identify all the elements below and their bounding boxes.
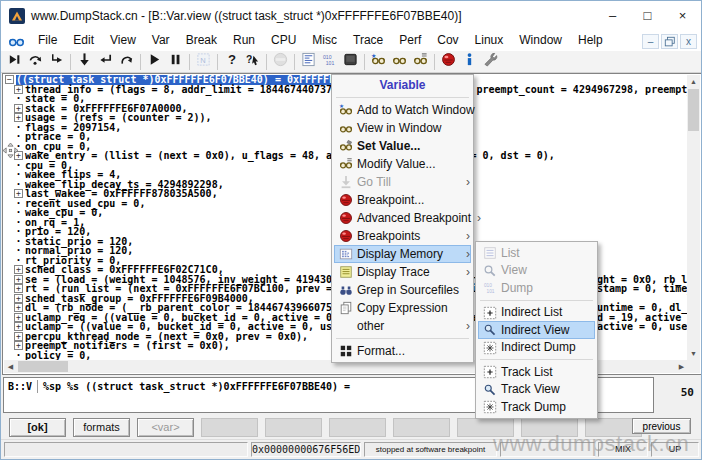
scroll-left-icon[interactable]: ◀ (4, 360, 17, 373)
context-menu-item-display-memory[interactable]: Display Memory› (334, 245, 471, 263)
menu-separator (480, 359, 593, 360)
toolbar-stop-button[interactable] (270, 52, 291, 71)
button-ok[interactable]: [ok] (9, 418, 66, 437)
toolbar-tools-button[interactable] (480, 52, 501, 71)
vertical-scrollbar[interactable]: ▲ ▼ (687, 75, 700, 360)
scroll-up-icon[interactable]: ▲ (687, 75, 700, 88)
close-button[interactable]: × (667, 4, 698, 28)
mdi-close-button[interactable]: x (680, 34, 697, 49)
expand-icon[interactable]: + (14, 332, 23, 341)
context-menu-item-go-till[interactable]: Go Till› (334, 173, 471, 191)
titlebar: www.DumpStack.cn - [B::Var.view ((struct… (1, 1, 701, 31)
menu-cov[interactable]: Cov (429, 31, 466, 51)
toolbar-go-button[interactable] (144, 52, 165, 71)
toolbar-step-button[interactable] (4, 52, 25, 71)
submenu-item-indirect-view[interactable]: Indirect View (478, 321, 595, 339)
context-menu-item-other[interactable]: other› (334, 317, 471, 335)
context-menu-item-set-value[interactable]: Set Value... (334, 137, 471, 155)
menu-cpu[interactable]: CPU (263, 31, 304, 51)
maximize-button[interactable]: □ (632, 4, 663, 28)
submenu-item-track-view[interactable]: Track View (478, 381, 595, 399)
toolbar-var-watch-button[interactable] (410, 52, 431, 71)
expand-icon[interactable]: + (14, 322, 23, 331)
menu-help[interactable]: Help (570, 31, 611, 51)
expand-icon[interactable]: + (14, 313, 23, 322)
button-blank[interactable] (329, 418, 386, 437)
toolbar-context-help-button[interactable]: ? (242, 52, 263, 71)
expand-icon[interactable]: + (14, 265, 23, 274)
toolbar-go-return-button[interactable] (95, 52, 116, 71)
submenu-item-indirect-dump[interactable]: Indirect Dump (478, 339, 595, 357)
context-menu-item-breakpoints[interactable]: Breakpoints› (334, 227, 471, 245)
breakpoint-list-icon (441, 52, 456, 71)
toolbar-help-button[interactable]: ? (221, 52, 242, 71)
toolbar-symbol-info-button[interactable] (459, 52, 480, 71)
toolbar-mode-button[interactable]: N (193, 52, 214, 71)
memory-dump-icon: 010101 (322, 52, 337, 71)
horizontal-scroll-thumb[interactable] (18, 361, 68, 372)
previous-button[interactable]: previous (632, 418, 691, 434)
expand-icon[interactable]: + (14, 303, 23, 312)
context-menu-item-breakpoint[interactable]: Breakpoint... (334, 191, 471, 209)
toolbar-step-over-button[interactable] (25, 52, 46, 71)
minimize-button[interactable]: – (597, 4, 628, 28)
toolbar-var-view-button[interactable] (389, 52, 410, 71)
toolbar-memory-dump-button[interactable]: 010101 (319, 52, 340, 71)
toolbar-breakpoint-list-button[interactable] (438, 52, 459, 71)
toolbar-go-down-button[interactable] (74, 52, 95, 71)
submenu-item-indirect-list[interactable]: Indirect List (478, 304, 595, 322)
menu-break[interactable]: Break (178, 31, 225, 51)
context-menu-item-display-trace[interactable]: Display Trace› (334, 263, 471, 281)
go-icon (147, 52, 162, 71)
context-menu-item-modify-value[interactable]: Modify Value... (334, 155, 471, 173)
submenu-item-track-list[interactable]: Track List (478, 363, 595, 381)
toolbar-break-button[interactable] (165, 52, 186, 71)
context-menu-item-add-to-watch-window[interactable]: ★Add to Watch Window (334, 101, 471, 119)
button-blank[interactable] (457, 418, 514, 437)
expand-icon[interactable]: + (14, 284, 23, 293)
mdi-minimize-button[interactable]: – (642, 34, 659, 49)
button-blank[interactable] (201, 418, 258, 437)
button-blank[interactable] (265, 418, 322, 437)
collapse-icon[interactable]: − (5, 75, 14, 84)
menu-item-label: Indirect Dump (501, 340, 584, 354)
context-menu-item-format[interactable]: Format... (334, 342, 471, 360)
menu-edit[interactable]: Edit (65, 31, 102, 51)
mdi-restore-button[interactable] (661, 34, 678, 49)
menu-linux[interactable]: Linux (467, 31, 512, 51)
vertical-scroll-thumb[interactable] (688, 89, 699, 131)
submenu-item-view[interactable]: View (478, 262, 595, 280)
context-menu-item-copy-expression[interactable]: Copy Expression (334, 299, 471, 317)
submenu-item-list[interactable]: List (478, 244, 595, 262)
menu-trace[interactable]: Trace (345, 31, 391, 51)
menu-run[interactable]: Run (225, 31, 263, 51)
menu-window[interactable]: Window (511, 31, 570, 51)
context-menu-item-advanced-breakpoint[interactable]: Advanced Breakpoint› (334, 209, 471, 227)
register-list-icon (301, 52, 316, 71)
context-menu-item-grep-in-sourcefiles[interactable]: Grep in Sourcefiles (334, 281, 471, 299)
expand-icon[interactable]: + (14, 275, 23, 284)
submenu-item-track-dump[interactable]: Track Dump (478, 398, 595, 416)
button-blank[interactable] (393, 418, 450, 437)
toolbar-watch-add-button[interactable]: ★ (368, 52, 389, 71)
glasses-add-icon: ★ (335, 103, 357, 118)
button-var[interactable]: <var> (137, 418, 194, 437)
toolbar-terminal-button[interactable] (340, 52, 361, 71)
menu-perf[interactable]: Perf (391, 31, 429, 51)
menu-item-label: other (357, 319, 460, 333)
menu-view[interactable]: View (102, 31, 144, 51)
toolbar-register-list-button[interactable] (298, 52, 319, 71)
menu-var[interactable]: Var (144, 31, 178, 51)
menu-file[interactable]: File (30, 31, 65, 51)
submenu-item-dump[interactable]: 010101Dump (478, 279, 595, 297)
menu-misc[interactable]: Misc (304, 31, 345, 51)
toolbar-go-up-button[interactable] (116, 52, 137, 71)
button-formats[interactable]: formats (73, 418, 130, 437)
format-icon (335, 344, 357, 359)
expand-icon[interactable]: + (14, 294, 23, 303)
scroll-down-icon[interactable]: ▼ (687, 347, 700, 360)
toolbar-step-diverge-button[interactable] (46, 52, 67, 71)
expand-icon[interactable]: + (14, 104, 23, 113)
context-menu-item-view-in-window[interactable]: View in Window (334, 119, 471, 137)
button-blank[interactable] (521, 418, 578, 437)
